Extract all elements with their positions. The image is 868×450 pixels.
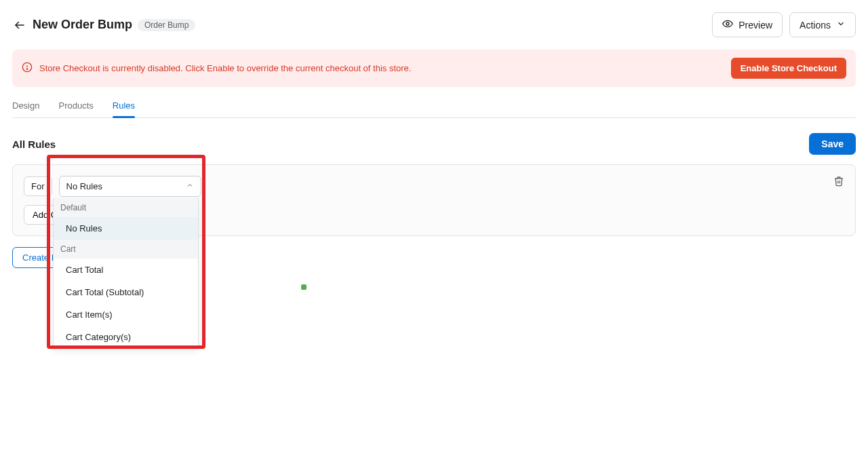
dropdown-item-no-rules[interactable]: No Rules	[54, 217, 198, 240]
eye-icon	[722, 18, 733, 31]
svg-point-4	[26, 69, 27, 69]
info-icon	[22, 62, 33, 75]
save-button[interactable]: Save	[809, 133, 856, 155]
store-checkout-alert: Store Checkout is currently disabled. Cl…	[12, 50, 856, 87]
dropdown-group-default: Default	[54, 198, 198, 217]
rules-heading: All Rules	[12, 138, 56, 150]
dropdown-group-cart: Cart	[54, 240, 198, 259]
preview-button[interactable]: Preview	[712, 12, 783, 37]
delete-rule-icon[interactable]	[833, 176, 844, 189]
rule-type-dropdown: Default No Rules Cart Cart Total Cart To…	[53, 198, 199, 349]
select-value: No Rules	[66, 181, 102, 191]
actions-label: Actions	[800, 20, 831, 31]
actions-button[interactable]: Actions	[789, 12, 856, 37]
dropdown-item-cart-categories[interactable]: Cart Category(s)	[54, 326, 198, 348]
chevron-down-icon	[836, 19, 846, 31]
preview-label: Preview	[738, 20, 772, 31]
tab-design[interactable]: Design	[12, 100, 39, 117]
tabs: Design Products Rules	[12, 100, 856, 118]
artifact-dot	[301, 284, 307, 290]
dropdown-item-cart-items[interactable]: Cart Item(s)	[54, 303, 198, 326]
entity-badge: Order Bump	[138, 19, 195, 31]
chevron-up-icon	[186, 181, 194, 191]
for-label: For	[24, 176, 52, 196]
enable-store-checkout-button[interactable]: Enable Store Checkout	[731, 58, 846, 79]
rule-type-select[interactable]: No Rules	[59, 176, 201, 197]
rule-card: For No Rules Add Condition Default No Ru…	[12, 164, 856, 236]
dropdown-item-cart-total[interactable]: Cart Total	[54, 259, 198, 281]
back-button[interactable]	[12, 18, 27, 33]
svg-point-1	[726, 22, 729, 25]
dropdown-item-cart-subtotal[interactable]: Cart Total (Subtotal)	[54, 281, 198, 303]
page-title: New Order Bump	[33, 18, 132, 32]
tab-rules[interactable]: Rules	[113, 100, 135, 117]
tab-products[interactable]: Products	[58, 100, 93, 117]
alert-text: Store Checkout is currently disabled. Cl…	[39, 63, 724, 73]
